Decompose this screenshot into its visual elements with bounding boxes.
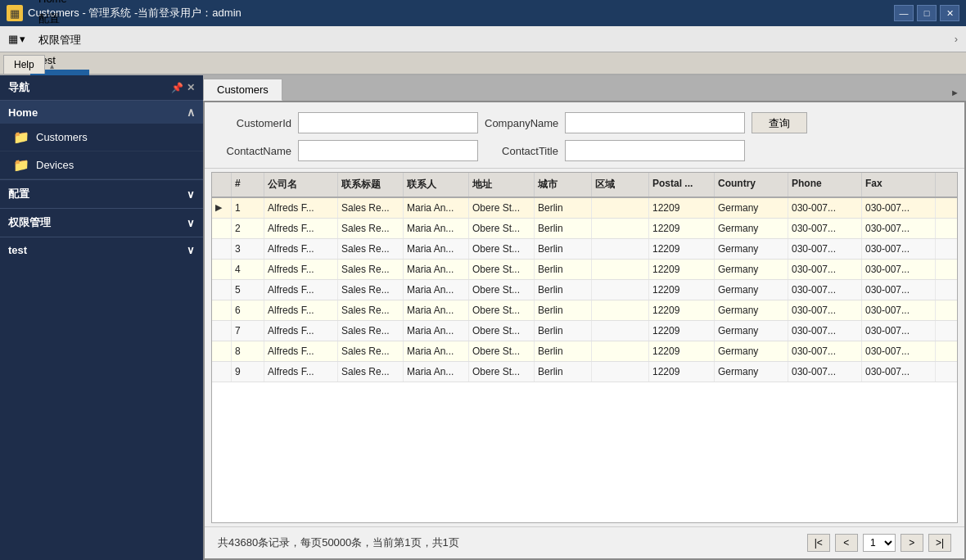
title-bar: ▦ Customers - 管理系统 -当前登录用户：admin — □ ✕: [0, 0, 966, 26]
content-area: Customers ► CustomerId CompanyName 查询 Co…: [203, 75, 966, 560]
table-row[interactable]: 2Alfreds F...Sales Re...Maria An...Obere…: [212, 219, 957, 239]
column-header-10: Phone: [788, 173, 862, 196]
grid-cell-5: Obere St...: [469, 362, 535, 382]
grid-cell-9: Germany: [715, 300, 788, 320]
companyname-input[interactable]: [565, 112, 745, 133]
grid-cell-1: 2: [232, 219, 264, 238]
data-grid-body[interactable]: ▶1Alfreds F...Sales Re...Maria An...Ober…: [212, 198, 957, 522]
grid-cell-3: Sales Re...: [338, 198, 404, 218]
last-page-button[interactable]: >|: [928, 534, 951, 552]
menu-item-配置[interactable]: 配置: [30, 8, 89, 29]
grid-cell-8: 12209: [649, 198, 715, 218]
contactname-input[interactable]: [298, 140, 478, 161]
grid-cell-1: 1: [232, 198, 264, 218]
first-page-button[interactable]: |<: [807, 534, 830, 552]
grid-cell-9: Germany: [715, 219, 788, 238]
grid-cell-2: Alfreds F...: [264, 280, 338, 300]
sidebar-test-section[interactable]: test ∨: [0, 237, 203, 263]
grid-cell-2: Alfreds F...: [264, 219, 338, 238]
table-row[interactable]: 8Alfreds F...Sales Re...Maria An...Obere…: [212, 341, 957, 362]
column-header-2: 公司名: [264, 173, 338, 196]
grid-cell-3: Sales Re...: [338, 280, 404, 300]
table-row[interactable]: 9Alfreds F...Sales Re...Maria An...Obere…: [212, 362, 957, 382]
grid-cell-4: Maria An...: [404, 341, 469, 361]
customerid-input[interactable]: [298, 112, 478, 133]
menu-item-权限管理[interactable]: 权限管理: [30, 29, 89, 51]
sidebar-test-label: test: [8, 244, 27, 256]
grid-cell-5: Obere St...: [469, 341, 535, 361]
grid-cell-11: 030-007...: [862, 239, 936, 259]
column-header-8: Postal ...: [649, 173, 715, 196]
grid-cell-2: Alfreds F...: [264, 300, 338, 320]
sidebar-close-icon[interactable]: ✕: [187, 82, 195, 93]
contacttitle-input[interactable]: [565, 140, 745, 161]
grid-cell-11: 030-007...: [862, 198, 936, 218]
menu-scroll-right[interactable]: ›: [950, 29, 963, 48]
prev-page-button[interactable]: <: [835, 534, 858, 552]
sidebar-config-section[interactable]: 配置 ∨: [0, 179, 203, 208]
help-tab-bar: Help ▴: [0, 52, 966, 75]
grid-cell-4: Maria An...: [404, 280, 469, 300]
grid-cell-4: Maria An...: [404, 219, 469, 238]
grid-cell-6: Berlin: [535, 341, 592, 361]
table-row[interactable]: 3Alfreds F...Sales Re...Maria An...Obere…: [212, 239, 957, 260]
grid-cell-10: 030-007...: [788, 219, 862, 238]
grid-cell-6: Berlin: [535, 321, 592, 341]
query-button[interactable]: 查询: [752, 112, 807, 133]
grid-cell-10: 030-007...: [788, 239, 862, 259]
grid-cell-0: [212, 260, 232, 279]
grid-cell-0: [212, 280, 232, 300]
grid-cell-0: [212, 341, 232, 361]
table-row[interactable]: 4Alfreds F...Sales Re...Maria An...Obere…: [212, 260, 957, 280]
table-row[interactable]: 7Alfreds F...Sales Re...Maria An...Obere…: [212, 321, 957, 341]
grid-cell-3: Sales Re...: [338, 239, 404, 259]
customers-tab[interactable]: Customers: [203, 79, 282, 101]
minimize-button[interactable]: —: [894, 5, 914, 21]
sidebar-item-devices[interactable]: 📁 Devices: [0, 151, 203, 179]
sidebar-item-customers[interactable]: 📁 Customers: [0, 124, 203, 151]
grid-cell-9: Germany: [715, 198, 788, 218]
menu-item-home[interactable]: Home: [30, 0, 89, 8]
test-expand-icon: ∨: [187, 244, 195, 256]
config-expand-icon: ∨: [187, 188, 195, 201]
tab-right-arrow[interactable]: ►: [944, 84, 966, 101]
grid-cell-9: Germany: [715, 362, 788, 382]
grid-cell-8: 12209: [649, 300, 715, 320]
perm-expand-icon: ∨: [187, 217, 195, 229]
grid-cell-11: 030-007...: [862, 300, 936, 320]
sidebar-home-section: Home ∧ 📁 Customers 📁 Devices: [0, 101, 203, 179]
sidebar-home-header[interactable]: Home ∧: [0, 101, 203, 124]
column-header-3: 联系标题: [338, 173, 404, 196]
companyname-label: CompanyName: [485, 117, 558, 129]
close-button[interactable]: ✕: [940, 5, 959, 21]
sidebar-perm-section[interactable]: 权限管理 ∨: [0, 208, 203, 237]
grid-cell-4: Maria An...: [404, 239, 469, 259]
help-tab-arrow[interactable]: ▴: [45, 58, 59, 74]
customers-folder-icon: 📁: [13, 129, 29, 145]
grid-cell-1: 8: [232, 341, 264, 361]
sidebar-devices-label: Devices: [36, 159, 74, 171]
menu-icon-button[interactable]: ▦ ▾: [3, 31, 30, 47]
grid-cell-5: Obere St...: [469, 300, 535, 320]
grid-cell-8: 12209: [649, 219, 715, 238]
grid-cell-6: Berlin: [535, 219, 592, 238]
grid-cell-9: Germany: [715, 280, 788, 300]
sidebar-home-label: Home: [8, 106, 38, 119]
grid-cell-5: Obere St...: [469, 321, 535, 341]
page-select[interactable]: 1: [863, 534, 896, 552]
maximize-button[interactable]: □: [917, 5, 937, 21]
grid-cell-4: Maria An...: [404, 260, 469, 279]
table-row[interactable]: ▶1Alfreds F...Sales Re...Maria An...Ober…: [212, 198, 957, 219]
grid-cell-1: 5: [232, 280, 264, 300]
grid-cell-11: 030-007...: [862, 341, 936, 361]
next-page-button[interactable]: >: [901, 534, 923, 552]
table-row[interactable]: 5Alfreds F...Sales Re...Maria An...Obere…: [212, 280, 957, 300]
table-row[interactable]: 6Alfreds F...Sales Re...Maria An...Obere…: [212, 300, 957, 321]
grid-cell-2: Alfreds F...: [264, 341, 338, 361]
devices-folder-icon: 📁: [13, 157, 29, 173]
grid-cell-7: [592, 260, 649, 279]
pin-icon[interactable]: 📌: [171, 82, 183, 93]
grid-cell-2: Alfreds F...: [264, 239, 338, 259]
help-tab[interactable]: Help: [3, 55, 45, 74]
grid-cell-0: [212, 300, 232, 320]
